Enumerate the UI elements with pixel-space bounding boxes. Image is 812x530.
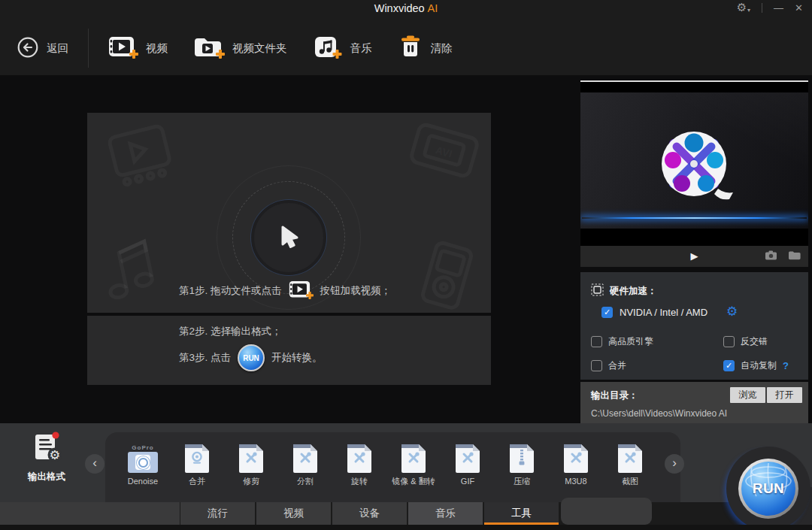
scroll-right-button[interactable]: › (665, 454, 684, 474)
format-item-压缩[interactable]: 压缩 (495, 438, 549, 486)
cpu-chip-icon (591, 283, 604, 298)
format-item-label: 修剪 (224, 477, 278, 486)
format-item-label: 旋转 (332, 477, 386, 486)
gpu-settings-gear-icon[interactable]: ⚙ (726, 306, 738, 318)
steps-panel: 第2步. 选择输出格式； 第3步. 点击 RUN 开始转换。 (87, 316, 491, 385)
caret-down-icon: ▾ (747, 7, 750, 14)
tab-音乐[interactable]: 音乐 (408, 502, 483, 525)
format-item-Denoise[interactable]: GoProDenoise (116, 438, 170, 486)
format-item-M3U8[interactable]: M3U8 (549, 438, 603, 486)
preview-player[interactable] (580, 80, 808, 246)
step1-prefix: 第1步. 拖动文件或点击 (179, 284, 282, 298)
open-button[interactable]: 打开 (767, 387, 802, 403)
hardware-title: 硬件加速： (610, 285, 657, 298)
format-item-label: GIF (441, 477, 495, 486)
toolbar: 返回 视频 视频文件夹 音乐 (17, 29, 478, 68)
output-directory-path: C:\Users\dell\Videos\Winxvideo AI (591, 408, 727, 419)
format-items: GoProDenoise合并修剪分割旋转镜像 & 翻转GIF压缩M3U8截图 (116, 438, 657, 486)
clear-button[interactable]: 清除 (398, 35, 453, 62)
format-item-GIF[interactable]: GIF (441, 438, 495, 486)
format-item-label: 分割 (278, 477, 332, 486)
hw-option-2: 合并 (591, 359, 723, 372)
tab-工具[interactable]: 工具 (484, 502, 559, 525)
tools-page-icon (564, 444, 588, 473)
add-video-button[interactable]: 视频 (108, 35, 168, 62)
tools-page-icon (347, 444, 371, 473)
back-button[interactable]: 返回 (17, 36, 68, 61)
gpu-checkbox[interactable]: ✓ (601, 307, 613, 318)
tab-设备[interactable]: 设备 (332, 502, 407, 525)
format-item-合并[interactable]: 合并 (170, 438, 224, 486)
format-item-label: Denoise (116, 477, 170, 486)
tab-filler-right (561, 498, 652, 525)
scroll-left-button[interactable]: ‹ (85, 454, 105, 474)
load-video-circle-button[interactable] (251, 200, 326, 275)
tools-page-icon (293, 444, 317, 473)
hw-option-label: 反交错 (741, 335, 768, 348)
step2-text: 第2步. 选择输出格式； (179, 325, 282, 338)
window-title: WinxvideoAI (374, 2, 438, 14)
format-item-label: M3U8 (549, 477, 603, 486)
add-video-folder-button[interactable]: 视频文件夹 (193, 35, 287, 62)
watermark-music-note-icon (92, 230, 167, 309)
cursor-arrow-icon (273, 222, 304, 253)
output-format-button[interactable]: ⚙ 输出格式 (12, 429, 81, 483)
video-folder-add-icon (193, 35, 225, 62)
format-item-label: 镜像 & 翻转 (386, 477, 441, 486)
format-item-截图[interactable]: 截图 (603, 438, 657, 486)
format-item-label: 压缩 (495, 477, 549, 486)
format-panel: GoProDenoise合并修剪分割旋转镜像 & 翻转GIF压缩M3U8截图 ⚙… (0, 423, 812, 502)
checkbox[interactable]: ✓ (723, 360, 735, 371)
run-sphere: RUN (741, 462, 795, 516)
divider (762, 3, 762, 13)
format-item-镜像 & 翻转[interactable]: 镜像 & 翻转 (386, 438, 441, 486)
output-format-label: 输出格式 (12, 471, 81, 483)
play-button[interactable]: ▶ (691, 250, 698, 262)
webcam-page-icon (185, 444, 209, 473)
hw-option-label: 合并 (608, 359, 626, 372)
settings-button[interactable]: ⚙▾ (737, 2, 750, 14)
tab-流行[interactable]: 流行 (180, 502, 255, 525)
playback-bar: ▶ (580, 246, 808, 267)
step1-row: 第1步. 拖动文件或点击 按钮加载视频； (179, 280, 391, 302)
checkbox[interactable] (723, 336, 735, 347)
hw-option-label: 高品质引擎 (608, 335, 653, 348)
format-item-分割[interactable]: 分割 (278, 438, 332, 486)
run-label: RUN (753, 480, 785, 497)
back-icon (17, 36, 39, 61)
open-folder-icon[interactable] (788, 250, 801, 263)
format-item-旋转[interactable]: 旋转 (332, 438, 386, 486)
checkbox[interactable] (591, 336, 602, 347)
snapshot-camera-icon[interactable] (765, 250, 777, 263)
trash-icon (398, 35, 423, 62)
step1-suffix: 按钮加载视频； (320, 284, 392, 298)
drop-area[interactable]: AVI 第1步. 拖动文件或点击 按钮加载视频； (87, 113, 491, 313)
step3-suffix: 开始转换。 (271, 351, 323, 365)
hw-option-3: ✓自动复制? (723, 359, 789, 372)
help-icon[interactable]: ? (783, 360, 789, 371)
gopro-badge: GoPro (126, 444, 159, 451)
close-button[interactable]: ✕ (795, 2, 803, 14)
add-music-button[interactable]: 音乐 (313, 35, 372, 62)
output-directory-panel: 输出目录： 浏览 打开 C:\Users\dell\Videos\Winxvid… (580, 382, 808, 425)
music-add-icon (313, 35, 343, 62)
checkbox[interactable] (591, 360, 602, 371)
glow-line (582, 217, 807, 219)
hw-option-0: 高品质引擎 (591, 335, 723, 348)
hardware-acceleration-panel: 硬件加速： ✓ NVIDIA / Intel / AMD ⚙ 高品质引擎反交错合… (580, 272, 808, 380)
format-item-label: 截图 (603, 477, 657, 486)
format-item-修剪[interactable]: 修剪 (224, 438, 278, 486)
zip-page-icon (510, 444, 534, 473)
minimize-button[interactable]: — (774, 2, 783, 14)
step3-prefix: 第3步. 点击 (179, 351, 231, 365)
browse-button[interactable]: 浏览 (730, 387, 765, 403)
run-button[interactable]: RUN (738, 459, 798, 519)
tab-视频[interactable]: 视频 (256, 502, 331, 525)
run-small-button[interactable]: RUN (238, 344, 265, 371)
header: WinxvideoAI ⚙▾ — ✕ 返回 视频 (0, 0, 812, 75)
video-add-icon (289, 280, 314, 302)
winxvideo-window: WinxvideoAI ⚙▾ — ✕ 返回 视频 (0, 0, 812, 530)
back-label: 返回 (47, 41, 68, 56)
add-video-folder-label: 视频文件夹 (232, 41, 287, 56)
output-format-doc-icon: ⚙ (28, 429, 65, 465)
